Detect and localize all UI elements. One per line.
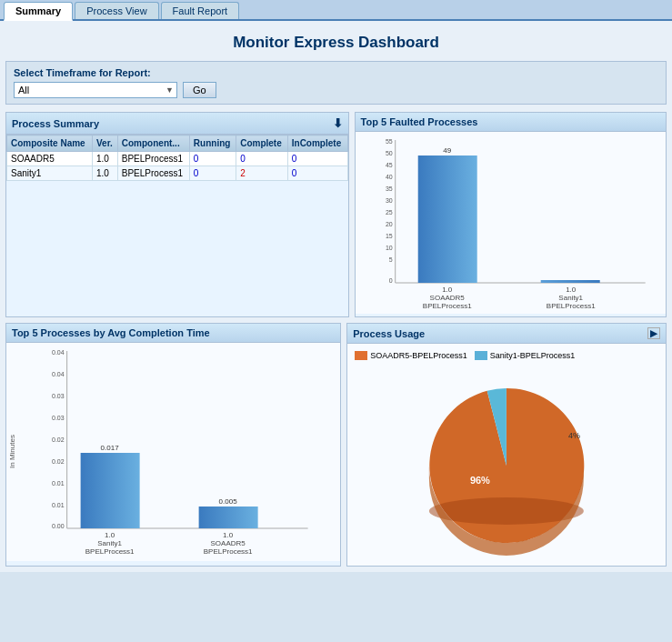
cell-name: SOAADR5 bbox=[7, 152, 93, 166]
table-row: SOAADR5 1.0 BPELProcess1 0 0 0 bbox=[7, 152, 348, 166]
svg-text:49: 49 bbox=[443, 146, 451, 155]
svg-text:30: 30 bbox=[385, 197, 392, 204]
legend-label-orange: SOAADR5-BPELProcess1 bbox=[370, 351, 467, 360]
bar-soaadr5 bbox=[417, 155, 476, 283]
faulted-header: Top 5 Faulted Processes bbox=[356, 113, 666, 132]
legend-color-blue bbox=[475, 351, 487, 360]
svg-text:1.0: 1.0 bbox=[566, 286, 577, 294]
svg-text:40: 40 bbox=[385, 174, 392, 180]
svg-text:BPELProcess1: BPELProcess1 bbox=[204, 547, 253, 556]
expand-icon[interactable]: ▶ bbox=[647, 327, 660, 339]
process-summary-table: Composite Name Ver. Component... Running… bbox=[6, 135, 348, 181]
svg-text:0.00: 0.00 bbox=[52, 523, 65, 529]
svg-text:Sanity1: Sanity1 bbox=[97, 539, 122, 547]
svg-text:0.02: 0.02 bbox=[52, 458, 65, 465]
svg-text:Sanity1: Sanity1 bbox=[558, 294, 583, 302]
svg-text:0.02: 0.02 bbox=[52, 436, 65, 443]
bar-sanity1 bbox=[540, 280, 599, 283]
svg-text:50: 50 bbox=[385, 150, 392, 156]
svg-text:0.01: 0.01 bbox=[52, 480, 65, 487]
timeframe-select[interactable]: All Last Hour Last Day Last Week bbox=[14, 82, 177, 98]
svg-text:1.0: 1.0 bbox=[442, 286, 453, 294]
svg-text:1.0: 1.0 bbox=[105, 531, 115, 539]
col-ver: Ver. bbox=[93, 135, 118, 152]
faulted-panel: Top 5 Faulted Processes 55 50 45 40 35 3… bbox=[355, 112, 667, 317]
svg-text:0.01: 0.01 bbox=[52, 502, 65, 508]
process-usage-title: Process Usage bbox=[353, 328, 425, 339]
main-content: Monitor Express Dashboard Select Timefra… bbox=[0, 21, 672, 572]
process-usage-chart-area: SOAADR5-BPELProcess1 Sanity1-BPELProcess… bbox=[347, 344, 666, 566]
svg-text:35: 35 bbox=[385, 186, 392, 192]
svg-text:0.04: 0.04 bbox=[52, 349, 65, 356]
tab-summary[interactable]: Summary bbox=[4, 2, 73, 21]
pie-chart-svg: 96% 4% bbox=[355, 366, 658, 557]
cell-incomplete: 0 bbox=[287, 166, 347, 181]
process-usage-header: Process Usage ▶ bbox=[347, 324, 666, 344]
col-incomplete: InComplete bbox=[287, 135, 347, 152]
legend-item-blue: Sanity1-BPELProcess1 bbox=[475, 351, 576, 360]
tab-fault-report[interactable]: Fault Report bbox=[161, 2, 240, 19]
pie-shadow bbox=[429, 497, 584, 525]
svg-text:15: 15 bbox=[385, 233, 392, 239]
col-running: Running bbox=[189, 135, 236, 152]
bar-sanity1-completion bbox=[81, 453, 140, 528]
process-summary-panel: Process Summary ⬇ Composite Name Ver. Co… bbox=[5, 112, 349, 317]
svg-text:0.04: 0.04 bbox=[52, 371, 65, 377]
svg-text:10: 10 bbox=[385, 245, 392, 251]
cell-ver: 1.0 bbox=[93, 166, 118, 181]
svg-text:BPELProcess1: BPELProcess1 bbox=[85, 547, 135, 556]
faulted-bar-chart: 55 50 45 40 35 30 25 20 15 10 5 0 49 bbox=[356, 135, 662, 310]
tab-process-view[interactable]: Process View bbox=[75, 2, 158, 19]
go-button[interactable]: Go bbox=[183, 82, 216, 98]
cell-ver: 1.0 bbox=[93, 152, 118, 166]
timeframe-select-wrapper: All Last Hour Last Day Last Week ▼ bbox=[14, 82, 177, 98]
cell-incomplete: 0 bbox=[287, 152, 347, 166]
cell-name: Sanity1 bbox=[7, 166, 93, 181]
label-4: 4% bbox=[568, 431, 580, 440]
svg-text:0.03: 0.03 bbox=[52, 393, 65, 399]
page-title: Monitor Express Dashboard bbox=[5, 26, 667, 61]
svg-text:0.03: 0.03 bbox=[52, 415, 65, 421]
svg-text:BPELProcess1: BPELProcess1 bbox=[422, 302, 471, 310]
cell-component: BPELProcess1 bbox=[117, 166, 189, 181]
faulted-chart-area: 55 50 45 40 35 30 25 20 15 10 5 0 49 bbox=[356, 132, 666, 314]
bottom-panels-row: Top 5 Processes by Avg Completion Time I… bbox=[5, 323, 667, 567]
svg-text:SOAADR5: SOAADR5 bbox=[429, 294, 465, 302]
svg-text:1.0: 1.0 bbox=[223, 531, 234, 539]
table-row: Sanity1 1.0 BPELProcess1 0 2 0 bbox=[7, 166, 348, 181]
legend-item-orange: SOAADR5-BPELProcess1 bbox=[355, 351, 467, 360]
svg-text:55: 55 bbox=[385, 138, 392, 145]
faulted-title: Top 5 Faulted Processes bbox=[361, 116, 478, 127]
bar-soaadr5-completion bbox=[199, 507, 258, 528]
pie-legend: SOAADR5-BPELProcess1 Sanity1-BPELProcess… bbox=[355, 351, 658, 360]
process-summary-table-wrapper: Composite Name Ver. Component... Running… bbox=[6, 135, 348, 316]
cell-component: BPELProcess1 bbox=[117, 152, 189, 166]
svg-text:0: 0 bbox=[388, 277, 392, 284]
col-complete: Complete bbox=[236, 135, 288, 152]
label-96: 96% bbox=[470, 475, 490, 486]
completion-header: Top 5 Processes by Avg Completion Time bbox=[6, 324, 340, 343]
svg-text:25: 25 bbox=[385, 209, 392, 216]
completion-title: Top 5 Processes by Avg Completion Time bbox=[12, 327, 210, 338]
download-icon[interactable]: ⬇ bbox=[333, 116, 343, 130]
svg-text:5: 5 bbox=[388, 256, 392, 263]
timeframe-label: Select Timeframe for Report: bbox=[14, 67, 658, 78]
process-usage-panel: Process Usage ▶ SOAADR5-BPELProcess1 San… bbox=[346, 323, 667, 567]
completion-bar-chart: 0.04 0.04 0.03 0.03 0.02 0.02 0.01 0.01 … bbox=[6, 346, 336, 557]
completion-panel: Top 5 Processes by Avg Completion Time I… bbox=[5, 323, 341, 567]
cell-complete: 0 bbox=[236, 152, 288, 166]
svg-text:SOAADR5: SOAADR5 bbox=[211, 539, 246, 547]
cell-running: 0 bbox=[189, 166, 236, 181]
cell-running: 0 bbox=[189, 152, 236, 166]
svg-text:20: 20 bbox=[385, 221, 392, 227]
completion-chart-area: In Minutes 0.04 0.04 0.03 0.03 0.02 0.02… bbox=[6, 343, 340, 561]
svg-text:0.017: 0.017 bbox=[101, 444, 120, 452]
timeframe-section: Select Timeframe for Report: All Last Ho… bbox=[5, 61, 667, 105]
col-component: Component... bbox=[117, 135, 189, 152]
legend-color-orange bbox=[355, 351, 367, 360]
svg-text:BPELProcess1: BPELProcess1 bbox=[546, 302, 595, 310]
tab-bar: Summary Process View Fault Report bbox=[0, 0, 672, 21]
legend-label-blue: Sanity1-BPELProcess1 bbox=[490, 351, 576, 360]
svg-text:0.005: 0.005 bbox=[219, 497, 238, 506]
y-axis-label: In Minutes bbox=[8, 416, 16, 488]
